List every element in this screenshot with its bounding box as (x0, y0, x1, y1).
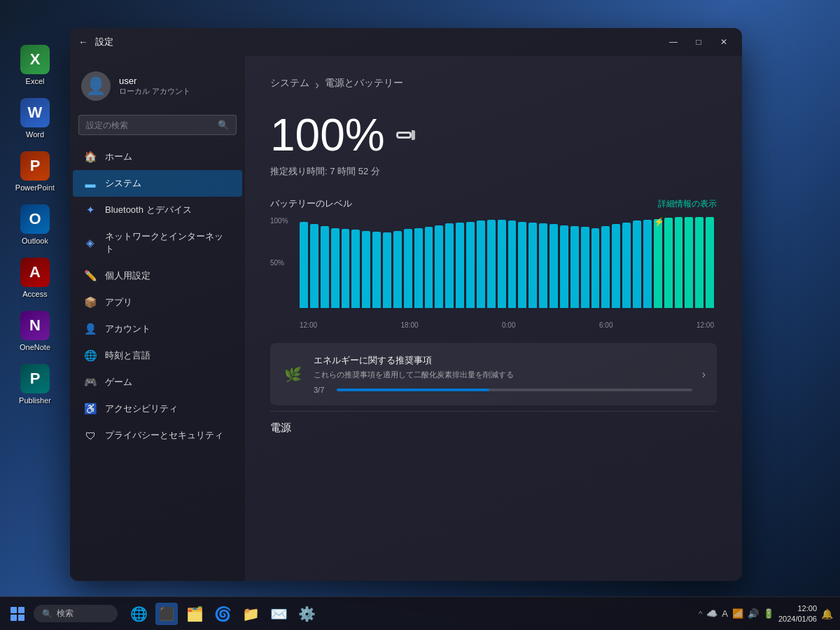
chart-bar-17 (477, 220, 485, 308)
settings-search-input[interactable] (86, 120, 212, 130)
windows-logo-icon (10, 607, 24, 621)
settings-search-box[interactable]: 🔍 (78, 115, 237, 135)
tray-wifi-icon[interactable]: 📶 (732, 608, 743, 619)
recommendation-content: エネルギーに関する推奨事項 これらの推奨事項を適用して二酸化炭素排出量を削減する… (314, 354, 692, 394)
chart-x-0600: 6:00 (599, 321, 612, 329)
chart-bar-1 (310, 224, 318, 308)
access-icon: A (20, 258, 50, 287)
personalization-icon: ✏️ (84, 270, 97, 282)
taskbar-icon-mail[interactable]: ✉️ (267, 603, 290, 625)
desktop-icon-excel[interactable]: X Excel (10, 42, 59, 88)
access-label: Access (13, 290, 57, 298)
powerpoint-icon: P (20, 151, 50, 181)
publisher-icon: P (20, 364, 50, 393)
chart-bar-6 (362, 231, 370, 309)
tray-network-icon[interactable]: ☁️ (706, 608, 718, 619)
chart-bar-24 (550, 224, 558, 308)
desktop-icon-onenote[interactable]: N OneNote (10, 308, 59, 354)
nav-item-personalization[interactable]: ✏️ 個人用設定 (73, 262, 242, 289)
close-button[interactable]: ✕ (714, 32, 734, 52)
tray-volume-icon[interactable]: 🔊 (748, 608, 759, 619)
onenote-icon: N (20, 311, 50, 340)
privacy-icon: 🛡 (84, 429, 97, 442)
tray-clock[interactable]: 12:00 2024/01/06 (778, 603, 817, 624)
nav-item-bluetooth[interactable]: ✦ Bluetooth とデバイス (73, 197, 242, 223)
tray-battery-icon[interactable]: 🔋 (763, 608, 774, 619)
battery-time-display: 推定残り時間: 7 時間 52 分 (270, 165, 717, 178)
chart-bar-14 (445, 223, 454, 308)
nav-item-gaming[interactable]: 🎮 ゲーム (73, 369, 242, 396)
taskbar-app-icons: 🌐 ⬛ 🗂️ 🌀 📁 ✉️ ⚙️ (127, 603, 318, 625)
chart-bars: ⚡ (297, 217, 717, 308)
window-controls: — □ ✕ (664, 32, 734, 52)
nav-gaming-label: ゲーム (105, 376, 132, 388)
charging-marker-icon: ⚡ (654, 217, 664, 227)
taskbar-icon-folder[interactable]: 📁 (239, 603, 262, 625)
chart-bar-12 (425, 227, 433, 308)
publisher-label: Publisher (13, 396, 57, 405)
desktop-icon-outlook[interactable]: O Outlook (10, 202, 59, 248)
nav-privacy-label: プライバシーとセキュリティ (105, 429, 223, 442)
desktop-icon-powerpoint[interactable]: P PowerPoint (10, 148, 59, 195)
chart-detail-link[interactable]: 詳細情報の表示 (658, 198, 717, 210)
taskbar-icon-2[interactable]: ⬛ (155, 603, 178, 625)
desktop-icon-access[interactable]: A Access (10, 255, 59, 301)
chart-bar-22 (528, 223, 537, 308)
chart-y-labels: 100% 50% (270, 217, 297, 308)
nav-item-privacy[interactable]: 🛡 プライバシーとセキュリティ (73, 422, 242, 449)
user-account-type: ローカル アカウント (119, 86, 190, 97)
back-button[interactable]: ← (78, 36, 88, 48)
chart-bar-5 (351, 230, 360, 308)
accessibility-icon: ♿ (84, 402, 97, 415)
tray-keyboard-icon[interactable]: A (722, 608, 728, 619)
recommendation-progress-label: 3/7 (314, 386, 331, 394)
nav-item-system[interactable]: ▬ システム (73, 170, 242, 197)
chart-x-labels: 12:00 18:00 0:00 6:00 12:00 (297, 321, 717, 329)
recommendation-card[interactable]: 🌿 エネルギーに関する推奨事項 これらの推奨事項を適用して二酸化炭素排出量を削減… (270, 343, 717, 405)
user-name: user (119, 76, 190, 86)
chart-bar-37 (685, 217, 693, 308)
tray-expand-icon[interactable]: ^ (699, 610, 702, 618)
chart-bar-11 (414, 228, 423, 308)
desktop-icon-publisher[interactable]: P Publisher (10, 361, 59, 407)
taskbar-icon-3[interactable]: 🗂️ (183, 603, 206, 625)
start-button[interactable] (7, 603, 28, 624)
chart-x-1200-start: 12:00 (300, 321, 317, 329)
nav-accessibility-label: アクセシビリティ (105, 402, 178, 415)
minimize-button[interactable]: — (664, 32, 683, 52)
chart-bar-27 (581, 227, 589, 308)
taskbar-search[interactable]: 🔍 検索 (34, 605, 118, 622)
tray-notification-icon[interactable]: 🔔 (821, 608, 833, 620)
nav-network-label: ネットワークとインターネット (105, 230, 231, 255)
taskbar-icon-1[interactable]: 🌐 (127, 603, 150, 625)
taskbar-icon-edge[interactable]: 🌀 (211, 603, 234, 625)
battery-icon (396, 132, 412, 139)
battery-percent-value: 100% (270, 109, 385, 161)
breadcrumb: システム › 電源とバッテリー (270, 77, 717, 92)
recommendation-progress-fill (337, 388, 489, 391)
chart-bar-19 (498, 220, 506, 308)
tray-time: 12:00 (778, 603, 817, 613)
nav-item-network[interactable]: ◈ ネットワークとインターネット (73, 223, 242, 262)
nav-item-accounts[interactable]: 👤 アカウント (73, 316, 242, 342)
nav-system-label: システム (105, 177, 141, 190)
chart-container: 100% 50% ⚡ 12:00 18:00 0:00 6:00 12:00 (270, 217, 717, 329)
chart-bar-39 (706, 217, 714, 308)
chart-bar-32 (633, 220, 641, 308)
nav-bluetooth-label: Bluetooth とデバイス (105, 204, 192, 216)
tray-date: 2024/01/06 (778, 614, 817, 624)
nav-item-time[interactable]: 🌐 時刻と言語 (73, 342, 242, 369)
nav-item-apps[interactable]: 📦 アプリ (73, 289, 242, 316)
taskbar-icon-settings[interactable]: ⚙️ (295, 603, 318, 625)
chart-bar-8 (383, 232, 391, 308)
chart-bar-15 (456, 223, 464, 308)
nav-item-home[interactable]: 🏠 ホーム (73, 144, 242, 170)
desktop-icon-word[interactable]: W Word (10, 95, 59, 141)
maximize-button[interactable]: □ (689, 32, 708, 52)
nav-time-label: 時刻と言語 (105, 349, 150, 362)
power-section-title: 電源 (270, 411, 717, 435)
nav-item-accessibility[interactable]: ♿ アクセシビリティ (73, 396, 242, 422)
settings-sidebar: 👤 user ローカル アカウント 🔍 🏠 ホーム (70, 56, 245, 581)
chart-bar-21 (518, 222, 526, 309)
chart-title: バッテリーのレベル (270, 197, 352, 210)
